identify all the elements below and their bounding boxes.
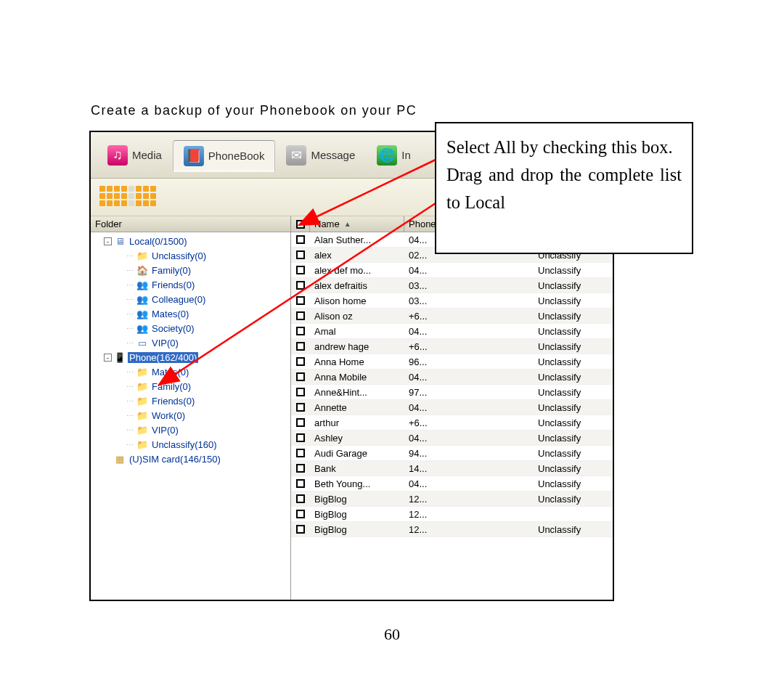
row-checkbox-cell[interactable] xyxy=(291,403,310,412)
row-checkbox[interactable] xyxy=(296,388,305,396)
table-row[interactable]: Bank14...Unclassify xyxy=(291,461,613,476)
select-all-checkbox[interactable] xyxy=(296,220,305,229)
table-row[interactable]: BigBlog12...Unclassify xyxy=(291,522,613,537)
tab-internet[interactable]: 🌐 In xyxy=(366,139,422,171)
row-checkbox[interactable] xyxy=(296,418,305,427)
table-row[interactable]: BigBlog12... xyxy=(291,507,613,522)
tree-node[interactable]: ⋯📁VIP(0) xyxy=(94,423,290,437)
row-checkbox-cell[interactable] xyxy=(291,418,310,427)
contacts-table-panel: Name ▲ Phone Alan Suther...04...alex02..… xyxy=(291,216,613,600)
tree-node[interactable]: -📱Phone(162/400) xyxy=(94,350,290,364)
row-checkbox[interactable] xyxy=(296,327,305,335)
table-row[interactable]: BigBlog12...Unclassify xyxy=(291,492,613,507)
row-checkbox[interactable] xyxy=(296,525,305,534)
row-checkbox-cell[interactable] xyxy=(291,327,310,335)
callout-line2: Drag and drop the complete list to Local xyxy=(446,161,682,216)
row-checkbox-cell[interactable] xyxy=(291,357,310,366)
tree-node-label: VIP(0) xyxy=(150,425,180,436)
name-cell: Anna Home xyxy=(310,356,404,367)
select-all-header[interactable] xyxy=(291,216,310,232)
row-checkbox-cell[interactable] xyxy=(291,494,310,503)
row-checkbox-cell[interactable] xyxy=(291,449,310,457)
table-row[interactable]: Anna Home96...Unclassify xyxy=(291,354,613,370)
row-checkbox[interactable] xyxy=(296,250,305,259)
row-checkbox-cell[interactable] xyxy=(291,296,310,305)
row-checkbox[interactable] xyxy=(296,342,305,351)
tree-twisty-icon[interactable]: - xyxy=(104,237,112,245)
table-row[interactable]: arthur+6...Unclassify xyxy=(291,415,613,431)
row-checkbox-cell[interactable] xyxy=(291,388,310,396)
tree-node[interactable]: ⋯🏠Family(0) xyxy=(94,263,290,277)
tree-node[interactable]: ⋯📁Work(0) xyxy=(94,408,290,423)
column-label: Phone xyxy=(409,219,436,229)
table-row[interactable]: alex defraitis03...Unclassify xyxy=(291,278,613,293)
tree-node[interactable]: ⋯📁Mates(0) xyxy=(94,364,290,379)
tree-node[interactable]: ⋯📁Family(0) xyxy=(94,379,290,393)
row-checkbox[interactable] xyxy=(296,433,305,442)
row-checkbox[interactable] xyxy=(296,494,305,503)
group-cell: Unclassify xyxy=(534,311,613,322)
row-checkbox[interactable] xyxy=(296,372,305,381)
row-checkbox[interactable] xyxy=(296,464,305,473)
tab-phonebook[interactable]: 📕 PhoneBook xyxy=(173,140,276,172)
toolbar-icon[interactable] xyxy=(99,186,162,209)
table-row[interactable]: alex def mo...04...Unclassify xyxy=(291,263,613,278)
tree-node[interactable]: ⋯👥Mates(0) xyxy=(94,306,290,321)
tree-connector-icon: ⋯ xyxy=(126,310,134,318)
row-checkbox-cell[interactable] xyxy=(291,235,310,244)
table-row[interactable]: Anne&Hint...97...Unclassify xyxy=(291,385,613,400)
row-checkbox[interactable] xyxy=(296,311,305,320)
tree-node[interactable]: ▦(U)SIM card(146/150) xyxy=(94,452,290,466)
tree-node[interactable]: ⋯👥Friends(0) xyxy=(94,277,290,292)
table-row[interactable]: Beth Young...04...Unclassify xyxy=(291,476,613,492)
row-checkbox-cell[interactable] xyxy=(291,281,310,290)
row-checkbox-cell[interactable] xyxy=(291,250,310,259)
tab-message[interactable]: ✉ Message xyxy=(275,139,366,171)
table-row[interactable]: Audi Garage94...Unclassify xyxy=(291,446,613,461)
tree-node[interactable]: ⋯👥Colleague(0) xyxy=(94,292,290,306)
row-checkbox-cell[interactable] xyxy=(291,372,310,381)
tree-node[interactable]: ⋯📁Unclassify(0) xyxy=(94,248,290,263)
row-checkbox[interactable] xyxy=(296,479,305,488)
table-row[interactable]: Alison oz+6...Unclassify xyxy=(291,309,613,324)
name-cell: Alan Suther... xyxy=(310,234,404,245)
row-checkbox-cell[interactable] xyxy=(291,510,310,518)
row-checkbox-cell[interactable] xyxy=(291,464,310,473)
row-checkbox[interactable] xyxy=(296,449,305,457)
tree-node[interactable]: ⋯👥Society(0) xyxy=(94,321,290,335)
row-checkbox[interactable] xyxy=(296,235,305,244)
row-checkbox-cell[interactable] xyxy=(291,525,310,534)
contacts-list[interactable]: Alan Suther...04...alex02...Unclassifyal… xyxy=(291,232,613,600)
row-checkbox-cell[interactable] xyxy=(291,342,310,351)
table-row[interactable]: andrew hage+6...Unclassify xyxy=(291,339,613,354)
row-checkbox-cell[interactable] xyxy=(291,433,310,442)
row-checkbox-cell[interactable] xyxy=(291,311,310,320)
row-checkbox[interactable] xyxy=(296,296,305,305)
table-row[interactable]: Ashley04...Unclassify xyxy=(291,431,613,446)
row-checkbox[interactable] xyxy=(296,357,305,366)
row-checkbox-cell[interactable] xyxy=(291,479,310,488)
row-checkbox[interactable] xyxy=(296,281,305,290)
tree-node[interactable]: ⋯📁Unclassify(160) xyxy=(94,437,290,452)
table-row[interactable]: Alison home03...Unclassify xyxy=(291,293,613,309)
row-checkbox-cell[interactable] xyxy=(291,266,310,274)
tree-node[interactable]: ⋯▭VIP(0) xyxy=(94,335,290,350)
tree-twisty-icon[interactable]: - xyxy=(104,354,112,362)
table-row[interactable]: Annette04...Unclassify xyxy=(291,400,613,415)
row-checkbox[interactable] xyxy=(296,403,305,412)
tab-label: Media xyxy=(132,149,162,161)
tree-connector-icon: ⋯ xyxy=(126,412,134,420)
folder-tree[interactable]: -🖥Local(0/1500)⋯📁Unclassify(0)⋯🏠Family(0… xyxy=(91,232,290,600)
folder-tree-header: Folder xyxy=(91,216,290,232)
tab-media[interactable]: ♫ Media xyxy=(97,139,173,171)
table-row[interactable]: Amal04...Unclassify xyxy=(291,324,613,339)
row-checkbox[interactable] xyxy=(296,266,305,274)
table-row[interactable]: Anna Mobile04...Unclassify xyxy=(291,370,613,385)
phone-cell: 03... xyxy=(404,280,534,291)
column-name[interactable]: Name ▲ xyxy=(310,216,404,232)
row-checkbox[interactable] xyxy=(296,510,305,518)
tree-node[interactable]: ⋯📁Friends(0) xyxy=(94,393,290,408)
phone-cell: 12... xyxy=(404,509,534,520)
tree-node[interactable]: -🖥Local(0/1500) xyxy=(94,234,290,248)
group-cell: Unclassify xyxy=(534,478,613,489)
